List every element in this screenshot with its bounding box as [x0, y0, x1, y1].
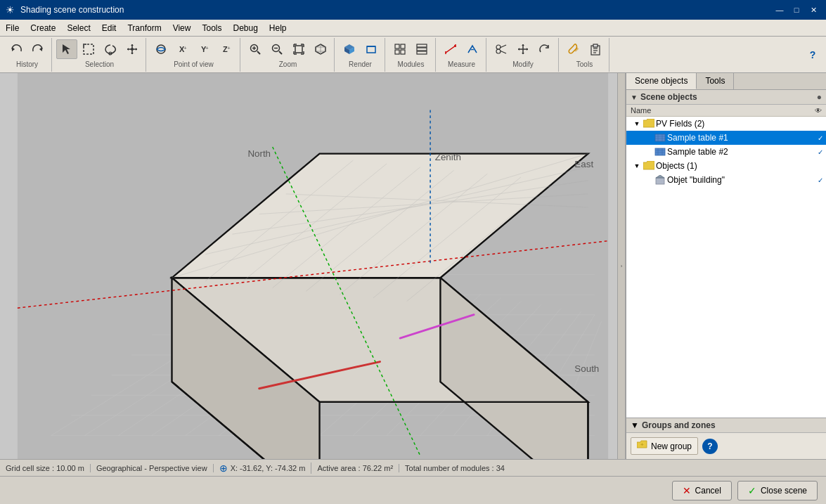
select-arrow-btn[interactable]	[56, 39, 77, 59]
pov-y-btn[interactable]: Y+	[194, 39, 215, 59]
tools-clipboard-btn[interactable]	[585, 39, 606, 59]
zoom-in-btn[interactable]	[245, 39, 266, 59]
tree-objects-group[interactable]: ▼ Objects (1)	[626, 159, 826, 173]
modify-label: Modify	[491, 60, 555, 68]
pov-buttons: X+ Y+ Z+	[150, 39, 237, 59]
svg-text:+: +	[205, 45, 209, 51]
svg-rect-26	[417, 44, 427, 47]
crosshair-icon: ⊕	[219, 463, 228, 474]
grid-cell-size-status: Grid cell size : 10.00 m	[6, 464, 91, 472]
close-button[interactable]: ✕	[806, 4, 820, 16]
svg-text:North: North	[247, 148, 271, 159]
svg-rect-102	[655, 148, 665, 155]
scene-objects-header[interactable]: ▼ Scene objects ●	[626, 90, 826, 105]
close-scene-button[interactable]: ✓ Close scene	[737, 481, 818, 500]
collapse-arrow-icon: ›	[621, 263, 623, 269]
menu-create[interactable]: Create	[25, 22, 61, 34]
toolbar-group-pov: X+ Y+ Z+ Point of view	[148, 38, 240, 72]
groups-zones-content: + New group ?	[626, 433, 826, 459]
menu-file[interactable]: File	[0, 22, 25, 34]
pov-z-btn[interactable]: Z+	[216, 39, 237, 59]
lasso-btn[interactable]	[100, 39, 121, 59]
groups-zones-header[interactable]: ▼ Groups and zones	[626, 418, 826, 433]
pv-fields-expander[interactable]: ▼	[632, 119, 642, 129]
menu-view[interactable]: View	[167, 22, 197, 34]
svg-line-29	[446, 46, 456, 53]
table2-check-icon: ✓	[818, 148, 823, 156]
measure-angle-btn[interactable]	[462, 39, 483, 59]
table1-pv-icon	[654, 132, 666, 143]
objects-expander[interactable]: ▼	[632, 161, 642, 171]
active-area-status: Active area : 76.22 m²	[311, 464, 399, 472]
tree-table2[interactable]: Sample table #2 ✓	[626, 145, 826, 159]
svg-text:+: +	[640, 441, 644, 448]
tree-building[interactable]: Objet "building" ✓	[626, 173, 826, 187]
pan-btn[interactable]	[122, 39, 143, 59]
new-group-button[interactable]: + New group	[631, 437, 698, 455]
zoom-fit-btn[interactable]	[288, 39, 309, 59]
table1-label: Sample table #1	[667, 133, 818, 143]
svg-rect-22	[395, 44, 399, 49]
zoom-out-btn[interactable]	[266, 39, 288, 59]
objects-label: Objects (1)	[656, 161, 823, 171]
zoom-3d-btn[interactable]	[310, 39, 331, 59]
minimize-button[interactable]: —	[773, 4, 787, 16]
tab-tools[interactable]: Tools	[697, 73, 734, 89]
menu-transform[interactable]: Tranform	[122, 22, 167, 34]
redo-btn[interactable]	[27, 39, 49, 59]
maximize-button[interactable]: □	[789, 4, 804, 16]
name-column-label: Name	[631, 106, 651, 115]
modules-list-btn[interactable]	[411, 39, 432, 59]
menu-debug[interactable]: Debug	[227, 22, 263, 34]
viewport[interactable]: North Zenith East South West ›	[0, 73, 626, 459]
svg-line-17	[279, 51, 282, 54]
measure-line-btn[interactable]	[440, 39, 461, 59]
table2-pv-icon	[654, 146, 666, 157]
tree-pv-fields-group[interactable]: ▼ PV Fields (2)	[626, 117, 826, 131]
svg-text:East: East	[574, 159, 593, 169]
table2-expander	[643, 147, 653, 157]
modify-move-btn[interactable]	[512, 39, 534, 59]
toolbar-group-render: Render	[336, 38, 385, 72]
orbit-btn[interactable]	[150, 39, 172, 59]
rect-select-btn[interactable]	[78, 39, 99, 59]
new-group-label: New group	[651, 441, 692, 451]
panel-collapse-handle[interactable]: ›	[617, 73, 626, 459]
modules-grid-btn[interactable]	[389, 39, 411, 59]
titlebar: ☀ Shading scene construction — □ ✕	[0, 0, 826, 20]
modules-label: Modules	[389, 60, 432, 68]
menu-help[interactable]: Help	[264, 22, 292, 34]
toolbar-group-modules: Modules	[387, 38, 436, 72]
close-scene-label: Close scene	[761, 486, 807, 496]
svg-line-13	[257, 51, 260, 54]
visibility-column-icon: 👁	[815, 107, 822, 115]
menu-tools[interactable]: Tools	[196, 22, 227, 34]
groups-help-button[interactable]: ?	[702, 439, 718, 454]
pov-x-btn[interactable]: X+	[172, 39, 193, 59]
app-title: Shading scene construction	[20, 5, 124, 15]
modify-rotate-btn[interactable]	[534, 39, 555, 59]
modify-scissors-btn[interactable]	[491, 39, 512, 59]
svg-rect-38	[593, 44, 598, 47]
cancel-button[interactable]: ✕ Cancel	[672, 481, 732, 500]
table2-label: Sample table #2	[667, 147, 818, 157]
measure-buttons	[440, 39, 483, 59]
toolbar-group-measure: Measure	[437, 38, 486, 72]
zoom-buttons	[245, 39, 331, 59]
tools-main-btn[interactable]	[563, 39, 584, 59]
help-btn[interactable]: ?	[802, 45, 823, 65]
menu-select[interactable]: Select	[61, 22, 96, 34]
window-controls: — □ ✕	[773, 4, 820, 16]
menu-edit[interactable]: Edit	[96, 22, 122, 34]
svg-rect-97	[655, 134, 665, 141]
toolbar-group-zoom: Zoom	[242, 38, 335, 72]
svg-marker-0	[12, 47, 15, 51]
render-2d-btn[interactable]	[361, 39, 382, 59]
toolbar-group-history: History	[3, 38, 52, 72]
undo-btn[interactable]	[6, 39, 27, 59]
render-3d-btn[interactable]	[339, 39, 360, 59]
toolbar-group-modify: Modify	[488, 38, 559, 72]
svg-rect-24	[395, 50, 399, 54]
tab-scene-objects[interactable]: Scene objects	[626, 73, 697, 89]
tree-table1[interactable]: Sample table #1 ✓	[626, 131, 826, 145]
